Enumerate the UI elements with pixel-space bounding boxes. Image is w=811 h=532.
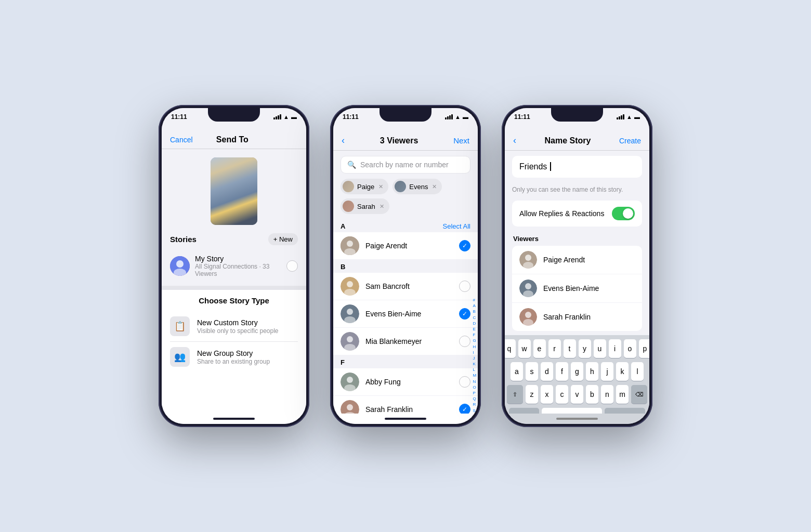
status-icons-2: ▲ ▬: [445, 114, 468, 120]
my-story-sub: All Signal Connections · 33 Viewers: [195, 263, 281, 277]
chip-evens-remove[interactable]: ✕: [432, 183, 437, 190]
svg-point-16: [347, 377, 353, 383]
new-group-story-option[interactable]: 👥 New Group Story Share to an existing g…: [170, 342, 298, 372]
create-button[interactable]: Create: [619, 137, 641, 145]
key-o[interactable]: o: [624, 339, 636, 358]
group-story-desc: Share to an existing group: [197, 358, 298, 365]
viewers-section: Viewers Paige Arendt Evens B: [512, 235, 642, 331]
status-bar-1: 11:11 ▲ ▬: [162, 108, 306, 131]
back-button-3[interactable]: ‹: [513, 135, 516, 146]
keyboard-row-1: q w e r t y u i o p: [507, 339, 647, 358]
wifi-icon-3: ▲: [626, 114, 632, 120]
name-input-field[interactable]: Friends: [519, 162, 635, 171]
chip-evens[interactable]: Evens ✕: [393, 179, 442, 194]
key-t[interactable]: t: [564, 339, 576, 358]
key-u[interactable]: u: [594, 339, 606, 358]
contact-sam-bancroft[interactable]: Sam Bancroft: [333, 273, 478, 300]
signal-icon: [273, 114, 281, 119]
signal-icon-2: [445, 114, 453, 119]
section-header-b: B: [333, 260, 478, 273]
avatar-mia-blankemeyer: [341, 332, 359, 351]
contact-evens-bien-aime[interactable]: Evens Bien-Aime ✓: [333, 300, 478, 328]
key-f[interactable]: f: [556, 362, 568, 381]
search-placeholder: Search by name or number: [360, 161, 449, 169]
space-key[interactable]: space: [542, 408, 602, 414]
search-bar[interactable]: 🔍 Search by name or number: [341, 156, 470, 174]
avatar-sam-bancroft: [341, 277, 359, 296]
key-i[interactable]: i: [609, 339, 621, 358]
chip-paige[interactable]: Paige ✕: [341, 179, 388, 194]
key-g[interactable]: g: [571, 362, 583, 381]
key-j[interactable]: j: [601, 362, 613, 381]
check-sam-bancroft[interactable]: [459, 281, 470, 292]
key-r[interactable]: r: [548, 339, 561, 358]
cancel-button[interactable]: Cancel: [170, 136, 193, 144]
key-n[interactable]: n: [601, 385, 613, 404]
story-image-section: [162, 149, 306, 233]
key-x[interactable]: x: [541, 385, 553, 404]
select-all-button[interactable]: Select All: [443, 222, 470, 230]
key-k[interactable]: k: [616, 362, 629, 381]
status-bar-3: 11:11 ▲ ▬: [505, 108, 649, 131]
viewers-title: Viewers: [512, 235, 642, 243]
my-story-avatar: [170, 256, 190, 276]
check-sarah-franklin[interactable]: ✓: [459, 404, 470, 414]
delete-key[interactable]: ⌫: [631, 385, 647, 404]
custom-story-icon: 📋: [170, 316, 190, 336]
custom-story-name: New Custom Story: [197, 318, 298, 327]
stories-section: Stories + New My Story All Signal Connec…: [162, 233, 306, 286]
stories-label: Stories: [170, 235, 197, 244]
key-z[interactable]: z: [526, 385, 538, 404]
back-button-2[interactable]: ‹: [342, 135, 345, 146]
time-2: 11:11: [343, 113, 359, 121]
home-indicator-3: [505, 414, 649, 424]
contact-abby-fung[interactable]: Abby Fung: [333, 368, 478, 396]
next-button[interactable]: Next: [453, 136, 469, 145]
key-w[interactable]: w: [518, 339, 531, 358]
check-mia-blankemeyer[interactable]: [459, 336, 470, 347]
divider-1: [162, 286, 306, 290]
my-story-radio[interactable]: [286, 260, 298, 272]
my-story-item[interactable]: My Story All Signal Connections · 33 Vie…: [170, 250, 298, 282]
return-key[interactable]: return: [605, 408, 645, 414]
key-d[interactable]: d: [541, 362, 553, 381]
key-e[interactable]: e: [533, 339, 546, 358]
check-evens-bien-aime[interactable]: ✓: [459, 308, 470, 320]
key-m[interactable]: m: [616, 385, 629, 404]
alphabet-index: # A B C D E F G H I J K L M N: [473, 297, 477, 414]
new-custom-story-option[interactable]: 📋 New Custom Story Visible only to speci…: [170, 311, 298, 342]
viewers-list: Paige Arendt Evens Bien-Aime: [512, 246, 642, 331]
key-h[interactable]: h: [586, 362, 598, 381]
chip-sarah[interactable]: Sarah ✕: [341, 198, 389, 214]
key-c[interactable]: c: [556, 385, 568, 404]
check-abby-fung[interactable]: [459, 376, 470, 388]
contact-sarah-franklin[interactable]: Sarah Franklin ✓: [333, 396, 478, 414]
nav-bar-2: ‹ 3 Viewers Next: [333, 131, 478, 151]
svg-point-1: [176, 260, 184, 268]
chip-sarah-remove[interactable]: ✕: [380, 203, 384, 210]
key-b[interactable]: b: [586, 385, 598, 404]
contact-name-evens-bien-aime: Evens Bien-Aime: [365, 310, 453, 318]
key-s[interactable]: s: [526, 362, 538, 381]
key-l[interactable]: l: [631, 362, 644, 381]
phone-2: 11:11 ▲ ▬ ‹ 3 V: [330, 105, 481, 427]
toggle-switch[interactable]: [612, 207, 635, 220]
key-p[interactable]: p: [639, 339, 650, 358]
contact-paige-arendt[interactable]: Paige Arendt ✓: [333, 232, 478, 260]
viewer-name-paige: Paige Arendt: [543, 256, 585, 264]
key-v[interactable]: v: [571, 385, 583, 404]
key-y[interactable]: y: [579, 339, 591, 358]
new-button[interactable]: + New: [268, 233, 298, 245]
shift-key[interactable]: ⇧: [507, 385, 523, 404]
contact-mia-blankemeyer[interactable]: Mia Blankemeyer: [333, 328, 478, 355]
avatar-sarah-franklin: [341, 400, 359, 414]
chip-evens-name: Evens: [409, 183, 428, 191]
chip-paige-remove[interactable]: ✕: [378, 183, 383, 190]
key-a[interactable]: a: [511, 362, 523, 381]
viewer-count: 3 Viewers: [380, 136, 418, 145]
key-q[interactable]: q: [505, 339, 516, 358]
check-paige-arendt[interactable]: ✓: [459, 240, 470, 251]
num-key[interactable]: 123: [509, 408, 539, 414]
toggle-row: Allow Replies & Reactions: [512, 201, 642, 227]
home-indicator-1: [162, 414, 306, 424]
